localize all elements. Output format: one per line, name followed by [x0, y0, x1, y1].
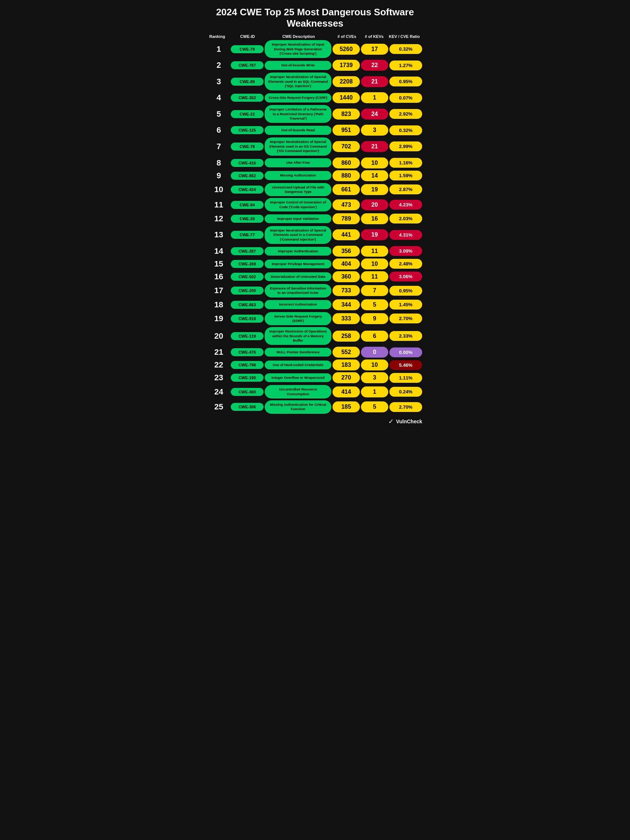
ratio-cell: 4.23%	[389, 200, 422, 210]
cwe-id-cell: CWE-400	[231, 388, 264, 396]
kevs-cell: 1	[361, 387, 388, 397]
cves-cell: 404	[333, 259, 360, 269]
rank-cell: 2	[208, 60, 230, 70]
kevs-cell: 19	[361, 229, 388, 240]
rank-cell: 8	[208, 158, 230, 168]
rank-cell: 1	[208, 44, 230, 54]
cwe-id-cell: CWE-502	[231, 273, 264, 281]
rank-cell: 7	[208, 142, 230, 151]
ratio-cell: 2.70%	[389, 402, 422, 412]
table-row: 19CWE-918Server-Side Request Forgery (SS…	[208, 312, 422, 325]
rank-cell: 21	[208, 347, 230, 357]
kevs-cell: 5	[361, 401, 388, 412]
cwe-id-cell: CWE-352	[231, 94, 264, 102]
rank-cell: 24	[208, 387, 230, 397]
table-header: Ranking CWE-ID CWE Description # of CVEs…	[208, 34, 422, 39]
description-cell: Improper Limitation of a Pathname to a R…	[265, 105, 332, 123]
description-cell: Use After Free	[265, 158, 332, 167]
cwe-id-cell: CWE-190	[231, 374, 264, 382]
cves-cell: 258	[333, 331, 360, 342]
table-row: 4CWE-352Cross-Site Request Forgery (CSRF…	[208, 92, 422, 103]
description-cell: Improper Restriction of Operations withi…	[265, 327, 332, 345]
cwe-id-cell: CWE-22	[231, 110, 264, 118]
cwe-id-cell: CWE-306	[231, 403, 264, 411]
table-row: 2CWE-787Out-of-bounds Write1739221.27%	[208, 60, 422, 71]
footer: ✓ VulnCheck	[208, 417, 422, 425]
cves-cell: 733	[333, 285, 360, 296]
table-row: 23CWE-190Integer Overflow or Wraparound2…	[208, 372, 422, 383]
kevs-cell: 20	[361, 199, 388, 210]
description-cell: Improper Control of Generation of Code (…	[265, 198, 332, 212]
main-container: 2024 CWE Top 25 Most Dangerous Software …	[202, 0, 428, 434]
kevs-cell: 21	[361, 76, 388, 87]
cwe-id-cell: CWE-77	[231, 231, 264, 239]
ratio-cell: 0.95%	[389, 77, 422, 87]
cves-cell: 880	[333, 170, 360, 181]
description-cell: Missing Authorization	[265, 171, 332, 180]
table-row: 7CWE-78Improper Neutralization of Specia…	[208, 137, 422, 155]
ratio-cell: 2.03%	[389, 214, 422, 224]
cves-cell: 344	[333, 299, 360, 310]
description-cell: Use of Hard-coded Credentials	[265, 361, 332, 369]
rank-cell: 12	[208, 214, 230, 224]
kevs-cell: 6	[361, 331, 388, 342]
cves-cell: 860	[333, 158, 360, 169]
table-row: 14CWE-287Improper Authentication356113.0…	[208, 246, 422, 257]
description-cell: Improper Privilege Management	[265, 260, 332, 268]
description-cell: Out-of-bounds Read	[265, 126, 332, 134]
table-row: 11CWE-94Improper Control of Generation o…	[208, 198, 422, 212]
col-header-kevs: # of KEVs	[361, 34, 388, 39]
ratio-cell: 1.45%	[389, 300, 422, 309]
rank-cell: 16	[208, 272, 230, 281]
rank-cell: 4	[208, 93, 230, 103]
rank-cell: 14	[208, 246, 230, 256]
ratio-cell: 2.99%	[389, 142, 422, 151]
table-row: 8CWE-416Use After Free860101.16%	[208, 158, 422, 169]
ratio-cell: 1.27%	[389, 60, 422, 70]
description-cell: Improper Neutralization of Special Eleme…	[265, 73, 332, 90]
cves-cell: 441	[333, 229, 360, 240]
rank-cell: 15	[208, 259, 230, 269]
table-row: 15CWE-269Improper Privilege Management40…	[208, 259, 422, 269]
ratio-cell: 0.00%	[389, 347, 422, 357]
col-header-ratio: KEV / CVE Ratio	[388, 34, 421, 39]
table-row: 25CWE-306Missing Authentication for Crit…	[208, 400, 422, 414]
cwe-id-cell: CWE-416	[231, 159, 264, 167]
page-title: 2024 CWE Top 25 Most Dangerous Software …	[208, 6, 422, 29]
description-cell: Missing Authentication for Critical Func…	[265, 400, 332, 414]
kevs-cell: 11	[361, 246, 388, 257]
cves-cell: 702	[333, 141, 360, 152]
table-row: 21CWE-476NULL Pointer Dereference55200.0…	[208, 347, 422, 358]
description-cell: Exposure of Sensitive Information to an …	[265, 284, 332, 297]
ratio-cell: 1.59%	[389, 171, 422, 180]
ratio-cell: 0.32%	[389, 44, 422, 54]
table-row: 5CWE-22Improper Limitation of a Pathname…	[208, 105, 422, 123]
table-row: 12CWE-20Improper Input Validation789162.…	[208, 213, 422, 224]
rank-cell: 25	[208, 402, 230, 412]
cves-cell: 661	[333, 184, 360, 195]
cwe-id-cell: CWE-20	[231, 215, 264, 223]
table-row: 10CWE-434Unrestricted Upload of File wit…	[208, 183, 422, 196]
kevs-cell: 7	[361, 285, 388, 296]
table-row: 9CWE-862Missing Authorization880141.59%	[208, 170, 422, 181]
cves-cell: 356	[333, 246, 360, 257]
kevs-cell: 1	[361, 92, 388, 103]
description-cell: Improper Input Validation	[265, 215, 332, 223]
cwe-id-cell: CWE-125	[231, 126, 264, 134]
table-row: 3CWE-89Improper Neutralization of Specia…	[208, 73, 422, 90]
cves-cell: 951	[333, 125, 360, 136]
col-header-ranking: Ranking	[209, 34, 231, 39]
rank-cell: 13	[208, 230, 230, 240]
kevs-cell: 14	[361, 170, 388, 181]
cves-cell: 823	[333, 109, 360, 120]
rank-cell: 9	[208, 171, 230, 180]
cves-cell: 1739	[333, 60, 360, 71]
cwe-id-cell: CWE-78	[231, 142, 264, 151]
description-cell: Improper Authentication	[265, 247, 332, 256]
description-cell: Uncontrolled Resource Consumption	[265, 385, 332, 398]
ratio-cell: 2.48%	[389, 259, 422, 269]
table-row: 22CWE-798Use of Hard-coded Credentials18…	[208, 360, 422, 370]
ratio-cell: 2.33%	[389, 331, 422, 341]
ratio-cell: 0.32%	[389, 125, 422, 135]
table-row: 13CWE-77Improper Neutralization of Speci…	[208, 226, 422, 244]
